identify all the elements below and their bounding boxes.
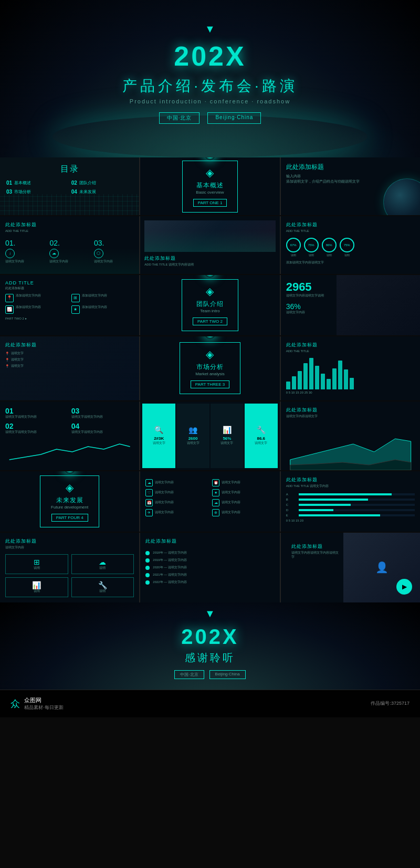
video-title: 此处添加标题 (291, 543, 339, 550)
iconbox-2: ☁ 说明 (71, 554, 134, 574)
hbar-axis: 0 5 10 15 20 (286, 519, 415, 523)
part4-box: ◈ 未来发展 Future development PART FOUR 4 (40, 475, 99, 527)
tl-item-2: 2019年 — 说明文字内容 (145, 558, 274, 563)
hero-title-cn: 产品介绍·发布会·路演 (122, 76, 298, 96)
toc-num-2: 02 (71, 180, 77, 186)
prog-circle-1: 67% (286, 238, 301, 252)
hbar-fill (299, 509, 333, 511)
stat-col-2: 👥 2600 说明文字 (176, 404, 209, 469)
prog-text-3: 说明 (327, 253, 332, 257)
hbar-label: E (286, 514, 297, 517)
num-grid: 01 说明文字说明文字内容 03 说明文字说明文字内容 02 说明文字说明文字内… (5, 407, 134, 435)
num-item-03: 03 说明文字说明文字内容 (71, 407, 134, 419)
final-tag-en: Beijing·China (209, 670, 246, 679)
part1-box: ◈ 基本概述 Basic overview PART ONE 1 (182, 161, 238, 213)
watermark-site: 众图网 精品素材·每日更新 (24, 696, 64, 711)
part2-icon: ◈ (193, 285, 227, 298)
city-sub: ADD THE TITLE 说明文字内容说明 (144, 263, 275, 267)
hbar-title: 此处添加标题 (286, 477, 415, 483)
icon-sq-8: ⊕ (212, 509, 219, 516)
grid-bg (0, 194, 139, 215)
star-burst-1 (205, 157, 215, 160)
tl-text-1: 2018年 — 说明文字内容 (153, 551, 187, 555)
final-tags: 中国·北京 Beijing·China (0, 670, 420, 679)
hero-chevron-icon: ▼ (205, 23, 215, 35)
hbar-fill (299, 504, 351, 506)
prog-item-1: 67% 说明 (286, 238, 301, 257)
icon-list-item-6: ☁ 说明文字内容 (212, 499, 275, 506)
iconboxes-title: 此处添加标题 (5, 538, 134, 545)
part2-cell: ◈ 团队介绍 Team intro PART TWO 2 (140, 275, 279, 335)
icon-list-row-4: ✈ 说明文字内容 ⊕ 说明文字内容 (145, 509, 274, 516)
iconbox-4: 🔧 说明 (71, 577, 134, 597)
bar-cell: 此处添加标题 ADD THE TITLE 0 5 10 15 20 25 30 (281, 336, 420, 400)
icon-list-item-1: ☁ 说明文字内容 (145, 479, 208, 486)
content1-cell: 此处添加标题 输入内容添加说明文字，介绍产品特点与功能说明文字 (281, 157, 420, 215)
icon-list-item-2: ⏰ 说明文字内容 (212, 479, 275, 486)
play-button[interactable]: ▶ (396, 579, 412, 595)
icons-sub: 此处添加标题 (5, 287, 134, 291)
hbar-label: A (286, 493, 297, 496)
icon-sq-5: 📅 (145, 499, 153, 506)
hbar-label: B (286, 498, 297, 501)
part2-label: PART TWO 2 (193, 317, 227, 325)
watermark-logo: 众 (10, 697, 20, 710)
hbar-item: D (286, 509, 415, 512)
stat-col-4-icon: 🔧 (257, 426, 266, 434)
part2-box: ◈ 团队介绍 Team intro PART TWO 2 (182, 279, 238, 331)
icon-list-text-7: 说明文字内容 (155, 511, 174, 515)
icon-list-item-8: ⊕ 说明文字内容 (212, 509, 275, 516)
bar-item (344, 369, 348, 389)
hbar-track (299, 504, 415, 506)
part3-cell: ◈ 市场分析 Market analysis PART THREE 3 (140, 336, 279, 400)
icon-list-item-4: ★ 说明文字内容 (212, 489, 275, 496)
stat-label-1: 说明文字内容说明文字说明 (286, 294, 415, 298)
slide-row-3: ADD TITLE 此处添加标题 📍 添加说明文字内容 ⊞ 添加说明文字内容 📈… (0, 275, 420, 335)
tl-dot-2 (145, 558, 150, 563)
icon-list-row-1: ☁ 说明文字内容 ⏰ 说明文字内容 (145, 479, 274, 486)
add-title-1: 此处添加标题 (286, 163, 415, 172)
icons-footer: PART TWO 2 ▸ (5, 317, 134, 321)
city-image (144, 220, 275, 252)
timeline-title: 此处添加标题 (145, 538, 274, 545)
stat-col-2-lbl: 说明文字 (187, 441, 200, 446)
bar-item (321, 374, 325, 389)
prog-circle-2: 75% (304, 238, 319, 252)
icon-list-item-5: 📅 说明文字内容 (145, 499, 208, 506)
iconbox-text-4: 说明 (75, 589, 131, 594)
tl-text-2: 2019年 — 说明文字内容 (153, 558, 187, 563)
video-text: 此处添加标题 说明文字内容说明文字内容说明文字 (286, 538, 344, 565)
icon-sq-6: ☁ (212, 499, 219, 506)
map-title: 此处添加标题 (5, 342, 134, 348)
hbar-item: B (286, 498, 415, 501)
toc-label-2: 团队介绍 (79, 180, 96, 186)
icon-list-text-6: 说明文字内容 (222, 501, 240, 505)
final-thanks: 感谢聆听 (0, 651, 420, 665)
toc-title: 目录 (6, 164, 133, 175)
part1-cell: ◈ 基本概述 Basic overview PART ONE 1 (140, 157, 279, 215)
watermark: 众 众图网 精品素材·每日更新 作品编号:3725717 (0, 690, 420, 717)
final-slide: ▼ 202X 感谢聆听 中国·北京 Beijing·China (0, 602, 420, 690)
star-burst-4 (65, 471, 75, 474)
iconbox-1: ⊞ 说明 (5, 554, 68, 574)
toc-num-1: 01 (6, 180, 12, 186)
icon-desc-1: 添加说明文字内容 (16, 294, 41, 298)
map-item-3: 📍 说明文字 (5, 364, 134, 368)
iconbox-icon-3: 📊 (9, 581, 65, 589)
num-01: 01 (5, 407, 68, 415)
line-chart-svg (5, 439, 134, 465)
num-item-02: 02 说明文字说明文字内容 (5, 422, 68, 435)
prog-detail: 添加说明文字内容说明文字 (286, 261, 415, 265)
hbar-chart: A B C D E (286, 493, 415, 517)
steps-cell: 此处添加标题 ADD THE TITLE 01. ↓ 说明文字内容 02. ☁ … (0, 216, 139, 274)
part4-icon: ◈ (51, 481, 88, 494)
toc-item-1: 01 基本概述 (6, 180, 68, 186)
hero-slide: ▼ 202X 产品介绍·发布会·路演 Product introduction … (0, 0, 420, 157)
tl-text-3: 2020年 — 说明文字内容 (153, 565, 187, 570)
step-num-3: 03. (94, 239, 104, 247)
prog-item-4: 75% 说明 (340, 238, 354, 257)
icon-desc-4: 添加说明文字内容 (82, 305, 107, 310)
bar-item (309, 358, 313, 389)
hero-year: 202X (174, 40, 246, 72)
num-text-01: 说明文字说明文字内容 (5, 415, 68, 419)
